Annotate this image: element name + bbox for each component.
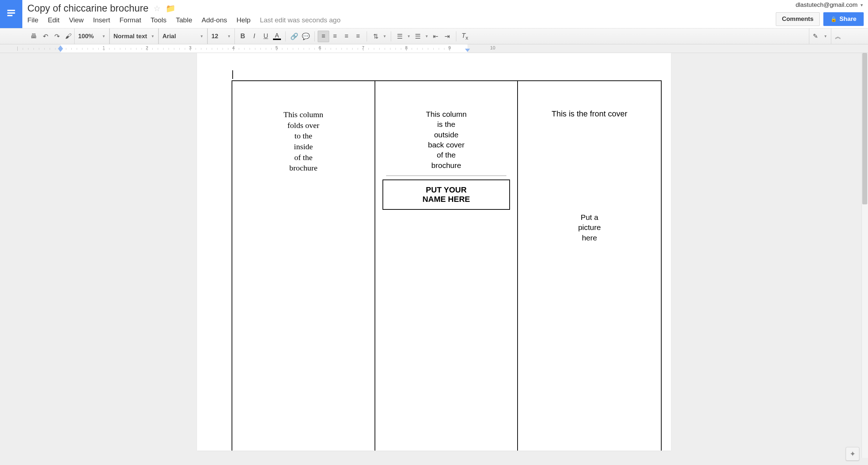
share-button[interactable]: 🔒 Share xyxy=(823,12,864,26)
col1-text[interactable]: This columnfolds overto theinsideof theb… xyxy=(243,109,364,173)
insert-link-button[interactable]: 🔗 xyxy=(288,31,300,42)
print-icon: 🖶 xyxy=(31,32,37,40)
indent-icon: ⇥ xyxy=(444,32,450,40)
first-line-indent-marker[interactable] xyxy=(58,45,63,49)
undo-button[interactable]: ↶ xyxy=(40,31,51,42)
page[interactable]: This columnfolds overto theinsideof theb… xyxy=(197,53,671,451)
align-center-button[interactable]: ≡ xyxy=(329,31,341,42)
horizontal-ruler[interactable]: 12345678910 xyxy=(0,44,868,53)
style-value: Normal text xyxy=(113,33,147,40)
share-button-label: Share xyxy=(840,15,856,23)
account-switcher[interactable]: dlastutech@gmail.com ▼ xyxy=(796,1,864,9)
svg-rect-2 xyxy=(7,12,15,14)
print-button[interactable]: 🖶 xyxy=(28,31,40,42)
redo-icon: ↷ xyxy=(54,32,60,40)
caret-down-icon: ▼ xyxy=(200,34,203,38)
outdent-icon: ⇤ xyxy=(433,32,438,40)
bold-button[interactable]: B xyxy=(237,31,249,42)
brochure-col-3[interactable]: This is the front cover Put apicturehere xyxy=(518,81,661,451)
zoom-value: 100% xyxy=(78,33,94,40)
insert-comment-button[interactable]: 💬 xyxy=(300,31,312,42)
brochure-table: This columnfolds overto theinsideof theb… xyxy=(232,80,662,451)
align-left-button[interactable]: ≡ xyxy=(318,31,329,42)
docs-icon xyxy=(6,7,17,21)
menu-tools[interactable]: Tools xyxy=(151,16,166,24)
menu-bar: File Edit View Insert Format Tools Table… xyxy=(27,16,776,24)
explore-button[interactable]: ✦ xyxy=(846,447,859,461)
separator xyxy=(285,31,286,41)
ruler-ticks: 12345678910 xyxy=(0,44,868,53)
line-spacing-menu[interactable]: ▼ xyxy=(381,34,388,38)
scrollbar-thumb[interactable] xyxy=(862,53,867,204)
editing-mode-combo[interactable]: ✎ ▼ xyxy=(809,28,831,44)
explore-icon: ✦ xyxy=(850,449,856,458)
col3-picture-placeholder[interactable]: Put apicturehere xyxy=(529,212,650,243)
pencil-icon: ✎ xyxy=(813,32,818,40)
toolbar: 🖶 ↶ ↷ 🖌 100% ▼ Normal text ▼ Arial ▼ 12 … xyxy=(0,28,868,44)
collapse-toolbar-button[interactable]: ︽ xyxy=(835,32,841,41)
right-indent-marker[interactable] xyxy=(465,49,470,52)
bold-icon: B xyxy=(241,32,245,40)
bulleted-list-menu[interactable]: ▼ xyxy=(424,34,430,38)
increase-indent-button[interactable]: ⇥ xyxy=(442,31,453,42)
italic-button[interactable]: I xyxy=(249,31,260,42)
align-right-button[interactable]: ≡ xyxy=(341,31,352,42)
zoom-combo[interactable]: 100% ▼ xyxy=(74,28,109,44)
underline-button[interactable]: U xyxy=(260,31,272,42)
separator xyxy=(456,31,456,41)
comment-icon: 💬 xyxy=(302,32,310,40)
bulleted-list-icon: ☰ xyxy=(415,32,421,40)
docs-logo[interactable] xyxy=(0,0,22,28)
menu-table[interactable]: Table xyxy=(176,16,192,24)
line-spacing-icon: ⇅ xyxy=(373,32,379,40)
undo-icon: ↶ xyxy=(43,32,48,40)
separator xyxy=(314,31,315,41)
chevron-up-icon: ︽ xyxy=(835,33,841,40)
align-left-icon: ≡ xyxy=(322,32,326,40)
redo-button[interactable]: ↷ xyxy=(51,31,63,42)
caret-down-icon: ▼ xyxy=(860,3,864,7)
font-family-combo[interactable]: Arial ▼ xyxy=(158,28,207,44)
clear-format-icon: Tx xyxy=(461,32,468,41)
paint-roller-icon: 🖌 xyxy=(65,32,72,40)
left-indent-marker[interactable] xyxy=(58,49,63,52)
divider xyxy=(386,176,507,176)
last-edit-status[interactable]: Last edit was seconds ago xyxy=(260,16,341,24)
menu-help[interactable]: Help xyxy=(237,16,251,24)
align-justify-button[interactable]: ≡ xyxy=(352,31,364,42)
caret-down-icon: ▼ xyxy=(824,34,827,38)
col2-text[interactable]: This columnis theoutsideback coverof the… xyxy=(386,109,507,170)
menu-insert[interactable]: Insert xyxy=(93,16,110,24)
vertical-scrollbar[interactable] xyxy=(862,53,868,458)
brochure-col-2[interactable]: This columnis theoutsideback coverof the… xyxy=(375,81,518,451)
align-right-icon: ≡ xyxy=(345,32,349,40)
decrease-indent-button[interactable]: ⇤ xyxy=(430,31,442,42)
paint-format-button[interactable]: 🖌 xyxy=(63,31,74,42)
caret-down-icon: ▼ xyxy=(227,34,231,38)
name-placeholder-box[interactable]: PUT YOURNAME HERE xyxy=(382,180,510,210)
font-size-combo[interactable]: 12 ▼ xyxy=(207,28,235,44)
menu-addons[interactable]: Add-ons xyxy=(202,16,227,24)
numbered-list-button[interactable]: ☰ xyxy=(394,31,406,42)
text-color-button[interactable]: A xyxy=(272,31,282,41)
menu-view[interactable]: View xyxy=(69,16,84,24)
line-spacing-button[interactable]: ⇅ xyxy=(370,31,381,42)
document-area[interactable]: This columnfolds overto theinsideof theb… xyxy=(0,53,868,465)
underline-icon: U xyxy=(264,32,268,40)
star-icon[interactable]: ☆ xyxy=(153,4,161,13)
document-title[interactable]: Copy of chiccarine brochure xyxy=(27,3,148,14)
move-to-folder-icon[interactable]: 📁 xyxy=(166,4,175,13)
menu-file[interactable]: File xyxy=(27,16,39,24)
clear-formatting-button[interactable]: Tx xyxy=(459,31,471,42)
header-right: dlastutech@gmail.com ▼ Comments 🔒 Share xyxy=(776,0,864,26)
align-center-icon: ≡ xyxy=(333,32,337,40)
col3-title[interactable]: This is the front cover xyxy=(529,109,650,119)
paragraph-style-combo[interactable]: Normal text ▼ xyxy=(109,28,158,44)
menu-edit[interactable]: Edit xyxy=(48,16,60,24)
comments-button[interactable]: Comments xyxy=(776,12,820,26)
menu-format[interactable]: Format xyxy=(120,16,141,24)
numbered-list-menu[interactable]: ▼ xyxy=(406,34,412,38)
separator xyxy=(391,31,391,41)
brochure-col-1[interactable]: This columnfolds overto theinsideof theb… xyxy=(232,81,375,451)
bulleted-list-button[interactable]: ☰ xyxy=(412,31,424,42)
